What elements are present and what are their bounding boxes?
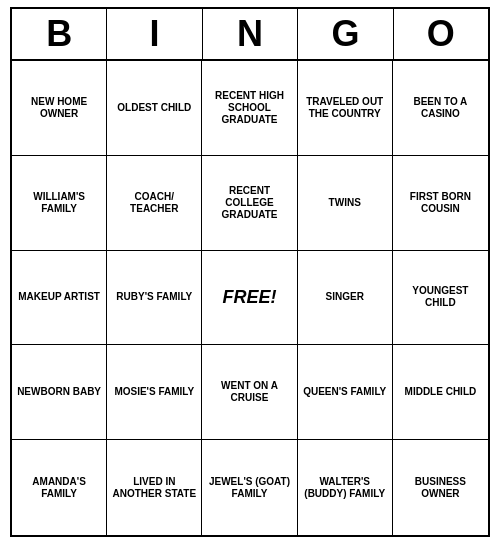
bingo-cell-13: SINGER bbox=[298, 251, 393, 346]
bingo-cell-14: YOUNGEST CHILD bbox=[393, 251, 488, 346]
bingo-cell-4: BEEN TO A CASINO bbox=[393, 61, 488, 156]
bingo-letter-i: I bbox=[107, 9, 202, 61]
bingo-letter-n: N bbox=[203, 9, 298, 61]
bingo-cell-18: QUEEN'S FAMILY bbox=[298, 345, 393, 440]
bingo-cell-15: NEWBORN BABY bbox=[12, 345, 107, 440]
bingo-cell-2: RECENT HIGH SCHOOL GRADUATE bbox=[202, 61, 297, 156]
bingo-cell-20: AMANDA'S FAMILY bbox=[12, 440, 107, 535]
bingo-cell-11: RUBY'S FAMILY bbox=[107, 251, 202, 346]
bingo-cell-21: LIVED IN ANOTHER STATE bbox=[107, 440, 202, 535]
bingo-letter-b: B bbox=[12, 9, 107, 61]
bingo-cell-22: JEWEL'S (GOAT) FAMILY bbox=[202, 440, 297, 535]
bingo-cell-19: MIDDLE CHILD bbox=[393, 345, 488, 440]
bingo-cell-7: RECENT COLLEGE GRADUATE bbox=[202, 156, 297, 251]
bingo-cell-1: OLDEST CHILD bbox=[107, 61, 202, 156]
bingo-grid: NEW HOME OWNEROLDEST CHILDRECENT HIGH SC… bbox=[12, 61, 488, 535]
bingo-cell-17: WENT ON A CRUISE bbox=[202, 345, 297, 440]
bingo-cell-3: TRAVELED OUT THE COUNTRY bbox=[298, 61, 393, 156]
bingo-letter-g: G bbox=[298, 9, 393, 61]
bingo-cell-5: WILLIAM'S FAMILY bbox=[12, 156, 107, 251]
bingo-cell-10: MAKEUP ARTIST bbox=[12, 251, 107, 346]
bingo-cell-8: TWINS bbox=[298, 156, 393, 251]
bingo-card: BINGO NEW HOME OWNEROLDEST CHILDRECENT H… bbox=[10, 7, 490, 537]
bingo-letter-o: O bbox=[394, 9, 488, 61]
bingo-cell-23: WALTER'S (BUDDY) FAMILY bbox=[298, 440, 393, 535]
bingo-cell-9: FIRST BORN COUSIN bbox=[393, 156, 488, 251]
bingo-cell-16: MOSIE'S FAMILY bbox=[107, 345, 202, 440]
bingo-cell-0: NEW HOME OWNER bbox=[12, 61, 107, 156]
free-space: Free! bbox=[202, 251, 297, 346]
bingo-header: BINGO bbox=[12, 9, 488, 61]
bingo-cell-6: COACH/ TEACHER bbox=[107, 156, 202, 251]
bingo-cell-24: BUSINESS OWNER bbox=[393, 440, 488, 535]
